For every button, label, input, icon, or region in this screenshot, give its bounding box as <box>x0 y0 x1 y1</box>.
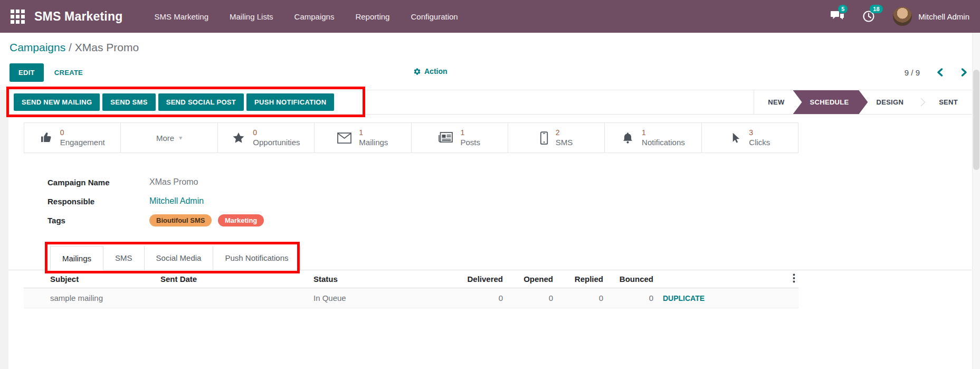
app-title[interactable]: SMS Marketing <box>34 10 122 24</box>
action-menu[interactable]: Action <box>413 67 448 75</box>
send-social-post-button[interactable]: SEND SOCIAL POST <box>158 93 244 111</box>
action-label: Action <box>424 67 448 75</box>
cell-bounced: 0 <box>605 294 655 302</box>
cell-opened: 0 <box>505 294 555 302</box>
stat-button-notifications[interactable]: 1Notifications <box>605 123 701 153</box>
messages-badge: 5 <box>838 5 848 13</box>
nav-item-campaigns[interactable]: Campaigns <box>284 12 345 21</box>
header-replied[interactable]: Replied <box>555 275 605 283</box>
nav-item-mailing-lists[interactable]: Mailing Lists <box>219 12 284 21</box>
tab-push-notifications[interactable]: Push Notifications <box>213 246 300 270</box>
page-margin-left <box>0 90 8 369</box>
mobile-phone-icon <box>540 131 548 145</box>
create-button[interactable]: CREATE <box>54 69 83 77</box>
header-status[interactable]: Status <box>311 275 433 283</box>
pager-next-icon[interactable] <box>960 68 968 77</box>
stage-sent[interactable]: SENT <box>925 90 972 114</box>
stat-label: Engagement <box>60 137 105 148</box>
stat-label: Notifications <box>642 137 685 148</box>
cursor-icon <box>729 131 741 145</box>
breadcrumb-separator: / <box>69 41 72 53</box>
statusbar: SEND NEW MAILING SEND SMS SEND SOCIAL PO… <box>8 90 972 115</box>
stat-value: 1 <box>642 128 685 137</box>
stat-value: 0 <box>253 128 300 137</box>
responsible-label: Responsible <box>47 197 149 206</box>
stat-button-clicks[interactable]: 3Clicks <box>702 123 798 153</box>
table-row-sample-mailing[interactable]: sample mailing In Queue 0 0 0 0 DUPLICAT… <box>24 288 798 308</box>
send-new-mailing-button[interactable]: SEND NEW MAILING <box>14 93 100 111</box>
scrollbar-thumb[interactable] <box>973 70 979 170</box>
stat-button-more[interactable]: More ▾ <box>121 123 217 153</box>
breadcrumb-current-record: XMas Promo <box>75 41 139 53</box>
stage-separator-icon <box>917 98 926 107</box>
messages-icon[interactable]: 5 <box>831 10 844 23</box>
stage-new[interactable]: NEW <box>754 90 798 114</box>
tags-label: Tags <box>47 216 149 225</box>
breadcrumb-campaigns[interactable]: Campaigns <box>9 41 65 53</box>
table-header-row: Subject Sent Date Status Delivered Opene… <box>24 270 798 288</box>
campaign-name-label: Campaign Name <box>47 178 149 187</box>
push-notification-button[interactable]: PUSH NOTIFICATION <box>246 93 334 111</box>
notebook-tabs: Mailings SMS Social Media Push Notificat… <box>50 246 301 270</box>
header-bounced[interactable]: Bounced <box>605 275 655 283</box>
responsible-value-link[interactable]: Mitchell Admin <box>149 196 204 206</box>
stat-label: Opportunities <box>253 137 300 148</box>
star-icon <box>232 131 245 145</box>
duplicate-button[interactable]: DUPLICATE <box>655 294 739 302</box>
nav-item-reporting[interactable]: Reporting <box>345 12 400 21</box>
activities-clock-icon[interactable]: 18 <box>862 10 875 23</box>
tab-social-media[interactable]: Social Media <box>145 246 214 270</box>
stat-button-sms[interactable]: 2SMS <box>508 123 605 153</box>
gear-icon <box>413 68 421 75</box>
field-campaign-name: Campaign Name XMas Promo <box>47 177 198 187</box>
header-sent-date[interactable]: Sent Date <box>158 275 311 283</box>
stage-schedule-active[interactable]: SCHEDULE <box>793 90 868 114</box>
edit-button[interactable]: EDIT <box>9 63 44 82</box>
tab-sms[interactable]: SMS <box>103 246 145 270</box>
user-menu[interactable]: Mitchell Admin <box>893 7 969 26</box>
stage-pipeline: NEW SCHEDULE DESIGN SENT <box>754 90 972 114</box>
avatar <box>893 7 912 26</box>
apps-grid-icon[interactable] <box>11 10 25 24</box>
stat-button-mailings[interactable]: 1Mailings <box>315 123 411 153</box>
header-delivered[interactable]: Delivered <box>433 275 505 283</box>
field-responsible: Responsible Mitchell Admin <box>47 196 204 206</box>
nav-item-sms-marketing[interactable]: SMS Marketing <box>144 12 219 21</box>
more-label: More <box>156 134 174 143</box>
stat-value: 2 <box>556 128 573 137</box>
pager-previous-icon[interactable] <box>936 68 944 77</box>
mailings-table: Subject Sent Date Status Delivered Opene… <box>24 270 798 308</box>
bell-icon <box>621 131 634 145</box>
tag-marketing[interactable]: Marketing <box>218 214 264 226</box>
stat-label: Mailings <box>359 137 388 148</box>
optional-columns-icon[interactable] <box>739 273 798 285</box>
newspaper-icon <box>439 132 453 144</box>
statusbar-action-buttons: SEND NEW MAILING SEND SMS SEND SOCIAL PO… <box>8 93 334 111</box>
user-name: Mitchell Admin <box>918 12 969 21</box>
pager: 9 / 9 <box>905 68 968 77</box>
scrollbar[interactable] <box>972 33 980 369</box>
header-subject[interactable]: Subject <box>24 275 158 283</box>
pager-count[interactable]: 9 / 9 <box>905 68 920 77</box>
tab-mailings[interactable]: Mailings <box>50 246 103 270</box>
stage-design[interactable]: DESIGN <box>862 90 917 114</box>
cell-status: In Queue <box>311 294 433 302</box>
stat-button-posts[interactable]: 1Posts <box>412 123 508 153</box>
cell-delivered: 0 <box>433 294 505 302</box>
stat-value: 0 <box>60 128 105 137</box>
nav-item-configuration[interactable]: Configuration <box>400 12 468 21</box>
stat-value: 1 <box>460 128 480 137</box>
sms-marketing-campaign-page: SMS Marketing SMS Marketing Mailing List… <box>0 0 980 369</box>
stat-button-opportunities[interactable]: 0Opportunities <box>218 123 315 153</box>
cell-replied: 0 <box>555 294 605 302</box>
control-panel: EDIT CREATE Action 9 / 9 <box>9 63 968 82</box>
stat-button-engagement[interactable]: 0Engagement <box>24 123 121 153</box>
cell-subject: sample mailing <box>24 294 158 302</box>
tag-bioutifoul-sms[interactable]: Bioutifoul SMS <box>149 214 212 226</box>
stat-label: Clicks <box>749 137 770 148</box>
header-opened[interactable]: Opened <box>505 275 555 283</box>
breadcrumb: Campaigns / XMas Promo <box>9 41 139 54</box>
top-navbar: SMS Marketing SMS Marketing Mailing List… <box>0 0 980 33</box>
send-sms-button[interactable]: SEND SMS <box>102 93 155 111</box>
campaign-name-value: XMas Promo <box>149 177 198 187</box>
